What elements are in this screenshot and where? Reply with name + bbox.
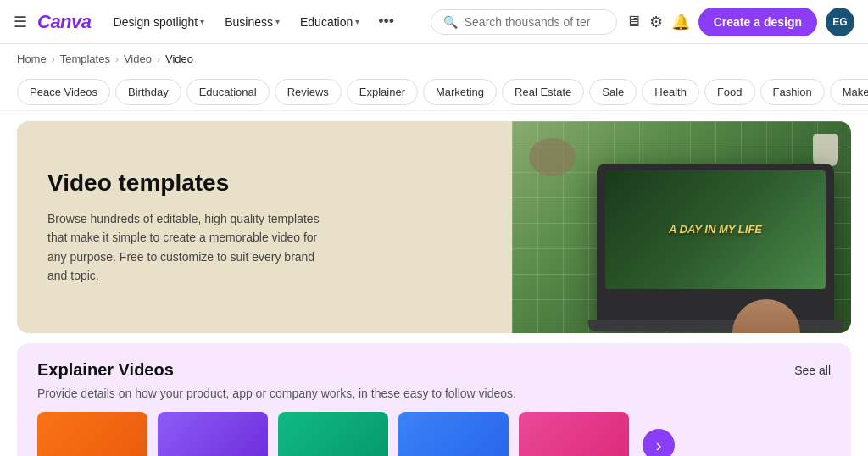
nav-design-spotlight[interactable]: Design spotlight ▾ [105,10,214,34]
tab-explainer[interactable]: Explainer [347,79,418,105]
header-left: ☰ Canva Design spotlight ▾ Business ▾ Ed… [14,8,401,36]
search-input[interactable] [465,15,604,29]
header: ☰ Canva Design spotlight ▾ Business ▾ Ed… [0,0,868,44]
tab-marketing[interactable]: Marketing [423,79,497,105]
search-icon: 🔍 [443,15,458,29]
explainer-section: Explainer Videos See all Provide details… [17,343,851,456]
tab-real-estate[interactable]: Real Estate [502,79,584,105]
tab-food[interactable]: Food [704,79,755,105]
hamburger-menu-icon[interactable]: ☰ [14,13,27,31]
breadcrumb-separator: › [157,53,160,65]
canva-logo[interactable]: Canva [37,11,92,33]
chevron-down-icon: ▾ [355,17,359,26]
breadcrumb-current: Video [165,53,193,65]
hero-content: Video templates Browse hundreds of edita… [17,121,512,333]
tab-sale[interactable]: Sale [589,79,637,105]
laptop-device: A DAY IN MY LIFE [597,164,834,325]
tab-birthday[interactable]: Birthday [115,79,181,105]
category-tabs: Peace Videos Birthday Educational Review… [0,74,868,111]
laptop-screen: A DAY IN MY LIFE [605,170,826,289]
coffee-cup-icon [813,134,838,166]
monitor-icon[interactable]: 🖥 [626,13,641,31]
chevron-down-icon: ▾ [200,17,204,26]
hero-banner: Video templates Browse hundreds of edita… [17,121,851,333]
header-icons: 🖥 ⚙ 🔔 [626,13,690,31]
laptop-mockup: A DAY IN MY LIFE [597,164,834,325]
breadcrumb: Home › Templates › Video › Video [0,44,868,74]
nav-business[interactable]: Business ▾ [216,10,288,34]
breadcrumb-video[interactable]: Video [124,53,152,65]
explainer-card-4[interactable] [398,412,509,456]
chevron-down-icon: ▾ [275,17,280,26]
main-nav: Design spotlight ▾ Business ▾ Education … [105,8,402,36]
tab-peace-videos[interactable]: Peace Videos [17,79,110,105]
tab-makeup-beauty[interactable]: Makeup & Beauty [830,79,868,105]
explainer-card-5[interactable] [519,412,629,456]
nav-education[interactable]: Education ▾ [292,10,368,34]
explainer-card-1[interactable] [37,412,147,456]
section-title: Explainer Videos [37,360,174,380]
settings-icon[interactable]: ⚙ [649,13,663,31]
see-all-link[interactable]: See all [794,364,831,377]
screen-content: A DAY IN MY LIFE [669,222,762,237]
breadcrumb-home[interactable]: Home [17,53,47,65]
hero-image: A DAY IN MY LIFE [512,121,851,333]
tab-fashion[interactable]: Fashion [760,79,825,105]
more-menu-button[interactable]: ••• [371,8,401,36]
tab-reviews[interactable]: Reviews [275,79,342,105]
explainer-cards: › [37,412,831,456]
section-header: Explainer Videos See all [37,360,831,380]
laptop-base [588,320,843,331]
create-design-button[interactable]: Create a design [698,8,817,36]
explainer-card-2[interactable] [158,412,268,456]
bell-icon[interactable]: 🔔 [671,13,690,31]
food-plate-icon [529,138,576,176]
breadcrumb-separator: › [52,53,55,65]
search-bar[interactable]: 🔍 [431,9,617,35]
tab-educational[interactable]: Educational [186,79,270,105]
section-description: Provide details on how your product, app… [37,386,831,400]
hero-description: Browse hundreds of editable, high qualit… [47,209,336,286]
hero-image-bg: A DAY IN MY LIFE [512,121,851,333]
hero-title: Video templates [47,169,481,197]
see-more-button[interactable]: › [643,429,675,456]
avatar[interactable]: EG [826,8,854,36]
header-right: 🔍 🖥 ⚙ 🔔 Create a design EG [431,8,854,36]
breadcrumb-separator: › [115,53,119,65]
breadcrumb-templates[interactable]: Templates [60,53,110,65]
explainer-card-3[interactable] [278,412,388,456]
tab-health[interactable]: Health [642,79,699,105]
